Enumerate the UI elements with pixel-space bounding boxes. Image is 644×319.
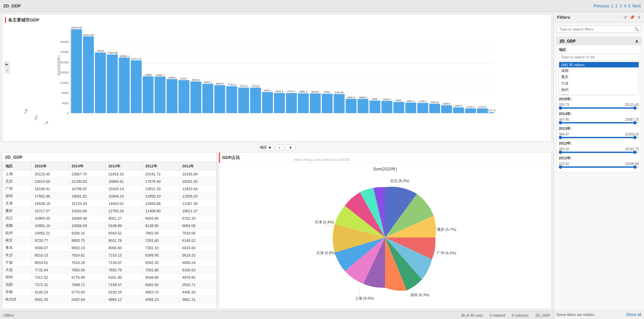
table-cell: 25123.45 [32, 170, 69, 178]
svg-text:上海: 上海 [23, 109, 29, 115]
table-cell: 21330.83 [69, 178, 106, 185]
year-2015-values: 376.73 25123.45 [559, 103, 639, 107]
year-2015-filter: 2015年: 376.73 25123.45 [559, 97, 639, 109]
table-row: 南京9720.778820.758011.787201.606145.52 [3, 237, 216, 244]
filter-section-header[interactable]: 2D_GDP ∧ [557, 37, 641, 45]
svg-text:5801.2: 5801.2 [275, 90, 283, 93]
svg-text:4000: 4000 [62, 102, 68, 105]
table-cell: 7201.60 [143, 237, 179, 244]
pie-chart-title: GDP占比 [219, 153, 551, 163]
table-row: 沈阳7272.317098.717158.576602.605915.71 [3, 281, 216, 288]
svg-text:8003.6: 8003.6 [216, 82, 224, 85]
table-cell: 7019.06 [179, 229, 216, 237]
main-layout: 各主要城市GDP ▶ + Sum(2015年) 0 4000 8000 120 [0, 12, 644, 319]
region-filter-list[interactable]: (All) 36 values 成都 重庆 大连 福州 广州 [559, 62, 639, 95]
page-3-link[interactable]: 3 [620, 4, 622, 8]
table-cell: 4979.85 [179, 274, 216, 281]
svg-text:9720.7: 9720.7 [180, 77, 188, 80]
year-2011-thumb-right[interactable] [633, 165, 637, 169]
col-header-2014[interactable]: 2014年 [69, 162, 106, 170]
previous-link[interactable]: Previous [593, 4, 609, 8]
year-2011-values: 222.42 19195.69 [559, 162, 639, 166]
page-2-link[interactable]: 2 [615, 4, 618, 8]
svg-text:8510.1: 8510.1 [204, 81, 212, 84]
pie-chart-panel: GDP占比 Sum(2015年) [219, 152, 551, 309]
region-search-input[interactable] [559, 54, 639, 60]
table-cell: 10056.59 [69, 222, 106, 229]
close-icon[interactable]: ✕ [637, 15, 641, 20]
table-cell: 5492.64 [69, 296, 106, 303]
table-cell: 9206.16 [69, 229, 106, 237]
table-cell: 10801.16 [32, 222, 69, 229]
col-header-region[interactable]: 地区 [3, 162, 32, 170]
table-title: 2D_GDP [2, 153, 216, 162]
refresh-icon[interactable]: ↺ [624, 15, 627, 20]
filters-footer: Some filters are hidden. Show all [554, 310, 644, 319]
svg-rect-38 [155, 77, 166, 113]
col-header-2011[interactable]: 2011年 [179, 162, 216, 170]
filter-guangzhou[interactable]: 广州 [559, 93, 639, 95]
table-cell: 10905.60 [32, 215, 69, 222]
dimension-dropdown[interactable]: 地区 ▼ [258, 144, 273, 151]
filter-section-title: 2D_GDP [559, 39, 576, 44]
svg-rect-23 [95, 52, 106, 113]
year-2011-thumb-left[interactable] [559, 165, 562, 169]
year-2011-slider[interactable] [559, 166, 639, 168]
year-2012-thumb-right[interactable] [633, 151, 637, 154]
svg-rect-71 [286, 93, 297, 113]
year-2013-thumb-left[interactable] [559, 136, 562, 139]
table-cell: 6762.20 [179, 215, 216, 222]
col-header-2015[interactable]: 2015年 [32, 162, 69, 170]
pin-icon[interactable]: 📌 [630, 15, 635, 20]
year-2015-thumb-right[interactable] [633, 106, 637, 110]
svg-text:深圳 (6.3%): 深圳 (6.3%) [410, 293, 429, 297]
next-link[interactable]: Next [632, 4, 641, 8]
filter-search-input[interactable] [556, 25, 641, 33]
year-2012-thumb-left[interactable] [559, 151, 562, 154]
table-cell: 哈尔滨 [3, 296, 32, 303]
year-2014-slider[interactable] [559, 122, 639, 123]
page-4-link[interactable]: 4 [624, 4, 626, 8]
add-dimension-button[interactable]: + [275, 145, 283, 151]
chart-options-button[interactable]: ▼ [286, 145, 296, 151]
show-all-link[interactable]: Show all [626, 312, 641, 317]
table-cell: 9720.77 [32, 237, 69, 244]
page-5-link[interactable]: 5 [628, 4, 631, 8]
year-2013-max: 21818.15 [625, 132, 639, 136]
svg-text:天津 (5.9%): 天津 (5.9%) [315, 220, 334, 224]
year-2011-filter: 2011年: 222.42 19195.69 [559, 156, 639, 168]
table-cell: 5801.20 [32, 296, 69, 303]
svg-text:28000: 28000 [60, 40, 68, 44]
right-panel: Filters ↺ 📌 ✕ 🔍 2D_GDP ∧ 地区 [553, 12, 644, 319]
year-2013-thumb-right[interactable] [633, 136, 637, 139]
filter-chongqing[interactable]: 重庆 [559, 74, 639, 80]
filter-chengdu[interactable]: 成都 [559, 67, 639, 74]
year-2014-thumb-left[interactable] [559, 121, 562, 124]
col-header-2013[interactable]: 2013年 [106, 162, 143, 170]
table-cell: 11505.53 [179, 193, 216, 200]
year-2013-slider[interactable] [559, 137, 639, 138]
table-row: 宁波8003.617610.287128.876582.206059.24 [3, 259, 216, 266]
year-2014-thumb-right[interactable] [633, 121, 637, 124]
table-cell: 8510.13 [32, 252, 69, 259]
table-row: 天津16538.1915726.9314442.0112893.8811307.… [3, 200, 216, 207]
table-cell: 北京 [3, 178, 32, 185]
svg-text:16000: 16000 [60, 71, 68, 74]
filter-all-values[interactable]: (All) 36 values [559, 62, 639, 67]
table-cell: 6615.60 [179, 244, 216, 252]
svg-rect-98 [393, 102, 405, 113]
year-2014-label: 2014年: [559, 111, 639, 116]
filter-dalian[interactable]: 大连 [559, 80, 639, 87]
year-2015-thumb-left[interactable] [559, 106, 562, 110]
year-2012-slider[interactable] [559, 152, 639, 153]
svg-rect-95 [381, 101, 392, 113]
svg-rect-86 [345, 99, 357, 113]
svg-text:Sum(2015年): Sum(2015年) [373, 167, 397, 171]
table-scroll[interactable]: 地区 2015年 2014年 2013年 2012年 2011年 上海25123… [2, 162, 216, 309]
col-header-2012[interactable]: 2012年 [143, 162, 179, 170]
year-2015-slider[interactable] [559, 107, 639, 109]
page-1-link[interactable]: 1 [611, 4, 613, 8]
svg-rect-65 [262, 92, 273, 113]
filter-fuzhou[interactable]: 福州 [559, 87, 639, 93]
table-cell: 9108.89 [106, 222, 143, 229]
